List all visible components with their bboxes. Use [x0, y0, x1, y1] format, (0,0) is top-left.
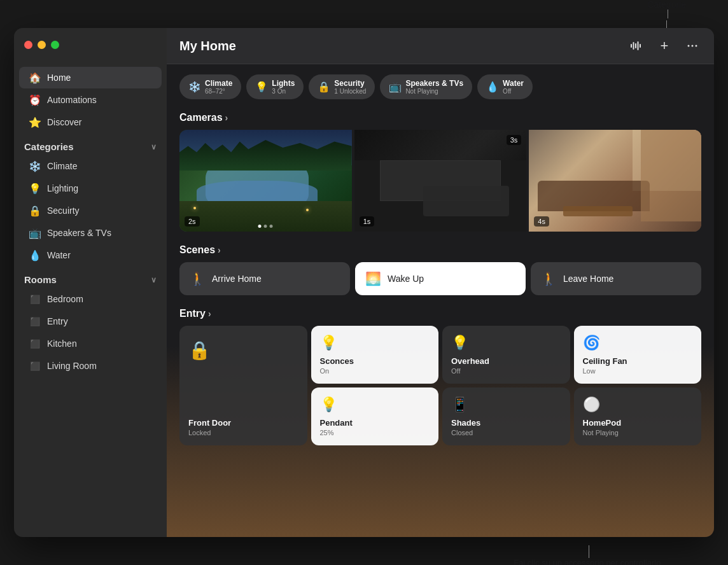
rooms-label: Rooms	[24, 274, 57, 285]
sidebar-item-automations[interactable]: ⏰ Automations	[19, 89, 162, 111]
scenes-section-header[interactable]: Scenes ›	[179, 244, 701, 256]
shades-icon: 📱	[451, 396, 561, 413]
maximize-button[interactable]	[51, 41, 59, 49]
automations-icon: ⏰	[29, 94, 41, 106]
leave-home-icon: 🚶	[541, 271, 557, 286]
sidebar-item-water[interactable]: 💧 Water	[19, 244, 162, 266]
front-door-name: Front Door	[188, 418, 298, 428]
pill-lights[interactable]: 💡 Lights 3 On	[246, 74, 304, 99]
camera-1[interactable]: 2s	[179, 130, 352, 232]
camera-2-timestamp: 1s	[360, 216, 375, 227]
svg-point-7	[696, 45, 697, 47]
scenes-label: Scenes	[179, 244, 215, 256]
sconces-status: On	[320, 367, 430, 375]
homepod-name: HomePod	[583, 418, 693, 428]
kitchen-icon: ⬛	[29, 338, 41, 349]
sidebar-item-entry[interactable]: ⬛ Entry	[19, 310, 162, 332]
scene-wake-up[interactable]: 🌅 Wake Up	[355, 262, 526, 295]
speakers-pill-icon: 📺	[389, 81, 402, 93]
automations-label: Automations	[47, 95, 97, 105]
rooms-section-header[interactable]: Rooms ∨	[14, 267, 167, 288]
sconces-icon: 💡	[320, 335, 430, 351]
lighting-icon: 💡	[29, 183, 41, 194]
front-door-icon: 🔒	[188, 340, 298, 361]
cameras-section-header[interactable]: Cameras ›	[179, 112, 701, 123]
water-icon: 💧	[29, 249, 41, 261]
security-pill-sub: 1 Unlocked	[334, 88, 366, 95]
minimize-button[interactable]	[38, 41, 46, 49]
device-front-door[interactable]: 🔒 Front Door Locked	[179, 326, 307, 445]
sidebar-nav: 🏠 Home ⏰ Automations ⭐ Discover Categori…	[14, 61, 167, 537]
categories-label: Categories	[24, 141, 74, 152]
camera-2[interactable]: 1s 3s	[354, 130, 527, 232]
sidebar-item-security[interactable]: 🔒 Secuirty	[19, 200, 162, 221]
sidebar-item-living-room[interactable]: ⬛ Living Room	[19, 355, 162, 377]
device-homepod[interactable]: ⚪ HomePod Not Playing	[574, 387, 702, 445]
arrive-home-label: Arrive Home	[212, 274, 262, 284]
pill-climate[interactable]: ❄️ Climate 68–72°	[179, 74, 241, 99]
bottom-callout: Fai clic su un accessorio per controllar…	[514, 558, 663, 565]
kitchen-label: Kitchen	[47, 338, 77, 349]
entry-icon: ⬛	[29, 316, 41, 327]
cameras-label: Cameras	[179, 112, 223, 123]
climate-icon: ❄️	[29, 160, 41, 172]
ceiling-fan-status: Low	[583, 367, 693, 375]
device-overhead[interactable]: 💡 Overhead Off	[442, 326, 570, 384]
close-button[interactable]	[24, 41, 32, 49]
waveform-button[interactable]	[627, 37, 645, 55]
device-ceiling-fan[interactable]: 🌀 Ceiling Fan Low	[574, 326, 702, 384]
wake-up-label: Wake Up	[388, 274, 424, 284]
camera-3-timestamp: 4s	[534, 216, 549, 227]
camera-2-badge: 3s	[507, 135, 522, 145]
security-label: Secuirty	[47, 206, 80, 216]
header-actions: +	[627, 37, 701, 55]
sidebar-item-bedroom[interactable]: ⬛ Bedroom	[19, 288, 162, 310]
page-title: My Home	[179, 39, 236, 53]
entry-section-header[interactable]: Entry ›	[179, 308, 701, 319]
categories-section-header[interactable]: Categories ∨	[14, 134, 167, 155]
climate-label: Climate	[47, 161, 77, 171]
scene-leave-home[interactable]: 🚶 Leave Home	[531, 262, 701, 295]
pill-security[interactable]: 🔒 Security 1 Unlocked	[309, 74, 375, 99]
pill-water[interactable]: 💧 Water Off	[477, 74, 533, 99]
svg-rect-1	[633, 42, 634, 50]
main-scroll[interactable]: ❄️ Climate 68–72° 💡 Lights 3 On	[167, 64, 714, 537]
pendant-status: 25%	[320, 429, 430, 436]
device-sconces[interactable]: 💡 Sconces On	[311, 326, 439, 384]
device-shades[interactable]: 📱 Shades Closed	[442, 387, 570, 445]
add-button[interactable]: +	[655, 37, 673, 55]
sidebar-item-climate[interactable]: ❄️ Climate	[19, 155, 162, 177]
homepod-icon: ⚪	[583, 396, 693, 413]
device-pendant[interactable]: 💡 Pendant 25%	[311, 387, 439, 445]
sidebar-item-speakers[interactable]: 📺 Speakers & TVs	[19, 222, 162, 244]
cameras-grid: 2s	[179, 130, 701, 232]
lights-pill-label: Lights	[272, 79, 295, 88]
speakers-pill-label: Speakers & TVs	[405, 79, 463, 88]
discover-icon: ⭐	[29, 116, 41, 128]
top-callout: Categorie	[647, 0, 686, 10]
lighting-label: Lighting	[47, 183, 78, 193]
arrive-home-icon: 🚶	[190, 271, 206, 286]
camera-3[interactable]: 4s	[529, 130, 701, 232]
sidebar-item-kitchen[interactable]: ⬛ Kitchen	[19, 333, 162, 354]
svg-rect-0	[631, 44, 632, 48]
entry-label: Entry	[47, 316, 68, 326]
entry-label-header: Entry	[179, 308, 206, 319]
titlebar	[14, 28, 167, 61]
waveform-icon	[630, 39, 643, 52]
svg-rect-4	[640, 44, 641, 48]
main-window: 🏠 Home ⏰ Automations ⭐ Discover Categori…	[14, 28, 714, 537]
lights-pill-icon: 💡	[255, 81, 268, 93]
sidebar-item-lighting[interactable]: 💡 Lighting	[19, 178, 162, 199]
ellipsis-icon	[686, 39, 699, 52]
more-button[interactable]	[683, 37, 701, 55]
scene-arrive-home[interactable]: 🚶 Arrive Home	[179, 262, 350, 295]
sconces-name: Sconces	[320, 356, 430, 366]
pill-speakers[interactable]: 📺 Speakers & TVs Not Playing	[380, 74, 472, 99]
security-icon: 🔒	[29, 205, 41, 216]
main-content: My Home +	[167, 28, 714, 537]
svg-rect-3	[638, 41, 639, 50]
sidebar-item-home[interactable]: 🏠 Home	[19, 67, 162, 88]
svg-rect-2	[635, 43, 636, 48]
sidebar-item-discover[interactable]: ⭐ Discover	[19, 111, 162, 133]
